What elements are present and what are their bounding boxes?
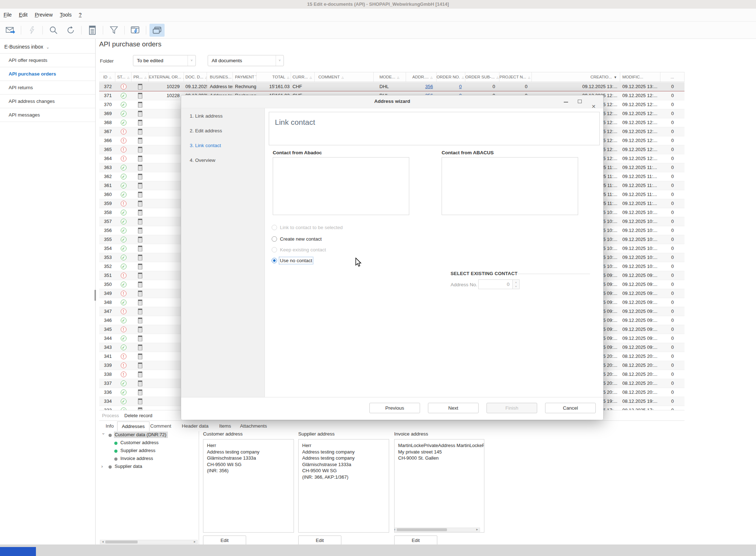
column-header-6[interactable]: PAYMENT T...△ — [233, 72, 257, 82]
search-button[interactable] — [46, 24, 61, 37]
column-header-7[interactable]: TOTAL△ — [257, 72, 291, 82]
scroll-left-icon[interactable]: ◄ — [394, 528, 396, 532]
windows-overlap-button[interactable] — [149, 24, 165, 37]
column-header-3[interactable]: EXTERNAL OR...△ — [149, 72, 184, 82]
document-icon[interactable] — [138, 380, 142, 386]
tab-info[interactable]: Info — [101, 421, 118, 431]
window-lightning-button[interactable] — [128, 24, 143, 37]
address-box-scrollbar[interactable]: ◄► — [394, 528, 480, 532]
document-icon[interactable] — [138, 102, 142, 108]
document-icon[interactable] — [138, 138, 142, 143]
radio-icon[interactable] — [272, 258, 277, 263]
column-header-5[interactable]: BUSINES...△ — [207, 72, 233, 82]
tab-addresses[interactable]: Addresses — [117, 421, 149, 431]
document-icon[interactable] — [138, 354, 142, 359]
cancel-button[interactable]: Cancel — [545, 403, 596, 413]
document-icon[interactable] — [138, 309, 142, 314]
send-mail-button[interactable] — [3, 24, 18, 37]
delete-record-button[interactable]: Delete record — [124, 413, 152, 418]
filter-button[interactable] — [106, 24, 121, 37]
document-icon[interactable] — [138, 255, 142, 260]
column-header-13[interactable]: ORDER SUB-...△ — [465, 72, 499, 82]
document-icon[interactable] — [138, 129, 142, 135]
document-icon[interactable] — [138, 372, 142, 377]
tree-horizontal-scrollbar[interactable]: ◄ ► — [100, 540, 198, 544]
abadoc-contact-box[interactable] — [273, 157, 409, 215]
splitter-handle[interactable] — [94, 290, 96, 301]
column-header-16[interactable]: MODIFIC... — [620, 72, 660, 82]
document-icon[interactable] — [138, 389, 142, 395]
sidebar-item-api-messages[interactable]: API messages — [0, 108, 95, 122]
close-icon[interactable]: ✕ — [587, 100, 600, 113]
document-icon[interactable] — [138, 210, 142, 215]
scroll-left-icon[interactable]: ◄ — [101, 540, 104, 544]
document-icon[interactable] — [138, 398, 142, 404]
sidebar-item-api-address-changes[interactable]: API address changes — [0, 95, 95, 108]
document-icon[interactable] — [138, 228, 142, 233]
sidebar-item-api-offer-requests[interactable]: API offer requests — [0, 54, 95, 67]
report-button[interactable] — [85, 24, 100, 37]
document-icon[interactable] — [138, 273, 142, 278]
column-header-15[interactable]: CREATIO...▼ — [532, 72, 620, 82]
previous-button[interactable]: Previous — [369, 403, 420, 413]
wizard-step-3[interactable]: 3. Link contact — [181, 138, 264, 152]
column-header-12[interactable]: ORDER NO.△ — [437, 72, 465, 82]
document-icon[interactable] — [138, 165, 142, 170]
column-header-11[interactable]: ADDR....△ — [406, 72, 437, 82]
document-icon[interactable] — [138, 120, 142, 126]
document-icon[interactable] — [138, 318, 142, 323]
column-header-1[interactable]: ST...△ — [115, 72, 132, 82]
supplier-address-edit-button[interactable]: Edit — [298, 536, 341, 545]
document-icon[interactable] — [138, 363, 142, 368]
column-header-17[interactable]: ... — [660, 72, 684, 82]
tab-header-data[interactable]: Header data — [178, 421, 213, 431]
document-icon[interactable] — [138, 156, 142, 161]
table-row[interactable]: 372!1022909.12.2025Address testi...Rechn… — [99, 82, 684, 91]
document-icon[interactable] — [138, 84, 142, 90]
document-icon[interactable] — [138, 174, 142, 179]
invoice-address-edit-button[interactable]: Edit — [394, 536, 437, 545]
tree-item-invoice-address[interactable]: Invoice address — [99, 455, 199, 463]
document-icon[interactable] — [138, 147, 142, 152]
abacus-contact-box[interactable] — [442, 157, 578, 215]
tree-collapsed-icon[interactable]: › — [101, 464, 106, 469]
address-link[interactable]: 356 — [425, 84, 433, 89]
tab-attachments[interactable]: Attachments — [236, 421, 271, 431]
column-header-2[interactable]: PR...△ — [132, 72, 149, 82]
scroll-right-icon[interactable]: ► — [193, 540, 196, 544]
tab-comment[interactable]: Comment — [146, 421, 176, 431]
supplier-address-box[interactable]: HerrAddress testing companyAddress testi… — [298, 439, 389, 533]
column-header-0[interactable]: ID△ — [99, 72, 115, 82]
wizard-step-4[interactable]: 4. Overview — [181, 152, 264, 167]
document-icon[interactable] — [138, 246, 142, 251]
document-icon[interactable] — [138, 201, 142, 206]
wizard-step-2[interactable]: 2. Edit address — [181, 123, 264, 138]
menu-item-tools[interactable]: Tools — [56, 9, 75, 18]
document-icon[interactable] — [138, 219, 142, 224]
column-header-14[interactable]: PROJECT N...△ — [499, 72, 532, 82]
document-icon[interactable] — [138, 183, 142, 188]
tree-item-supplier-data[interactable]: ›Supplier data — [99, 463, 199, 471]
document-icon[interactable] — [138, 93, 142, 99]
radio-icon[interactable] — [272, 236, 277, 242]
column-header-4[interactable]: DOC. D...△ — [184, 72, 207, 82]
tree-item-customer-address[interactable]: Customer address — [99, 439, 199, 447]
minimize-button[interactable] — [560, 95, 572, 108]
document-icon[interactable] — [138, 345, 142, 350]
sidebar-header[interactable]: E-Business inbox⌄ — [0, 39, 95, 54]
document-icon[interactable] — [138, 407, 142, 410]
menu-item-[interactable]: ? — [75, 9, 85, 18]
document-icon[interactable] — [138, 111, 142, 117]
column-header-9[interactable]: COMMENT△ — [315, 72, 374, 82]
dialog-titlebar[interactable]: Address wizard ✕ — [181, 95, 603, 108]
customer-address-box[interactable]: HerrAddress testing companyGlärnischstra… — [203, 439, 294, 533]
document-icon[interactable] — [138, 192, 142, 197]
column-header-8[interactable]: CURR...△ — [291, 72, 315, 82]
document-icon[interactable] — [138, 327, 142, 332]
refresh-button[interactable] — [63, 24, 78, 37]
folder-select[interactable]: To be edited ˅ — [133, 55, 196, 66]
menu-item-preview[interactable]: Preview — [31, 9, 56, 18]
tree-expanded-icon[interactable]: › — [101, 433, 106, 437]
menu-item-file[interactable]: File — [0, 9, 15, 18]
document-icon[interactable] — [138, 264, 142, 269]
